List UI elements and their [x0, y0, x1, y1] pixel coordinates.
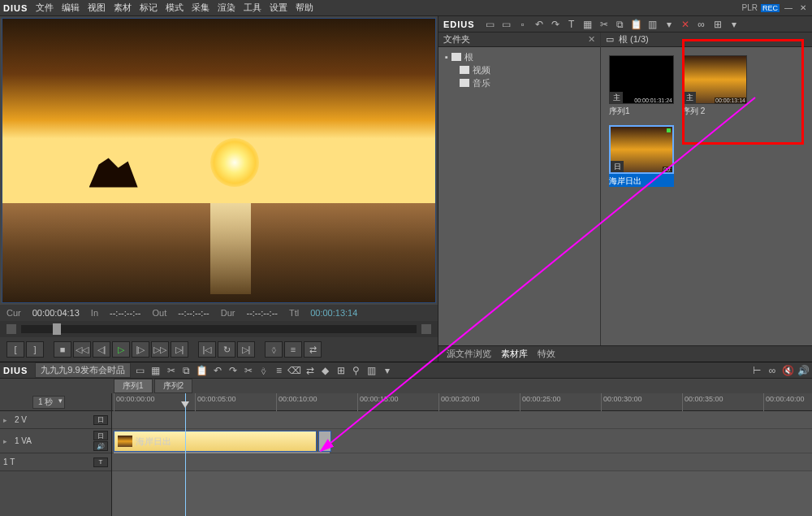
- tc-dur[interactable]: --:--:--:--: [246, 308, 277, 318]
- tl-mute-icon[interactable]: 🔇: [782, 365, 793, 376]
- next-edit-button[interactable]: ▷|: [237, 341, 255, 358]
- tl-overwrite-icon[interactable]: ≡: [274, 365, 285, 376]
- tl-snap-icon[interactable]: ⊢: [751, 365, 762, 376]
- menu-view[interactable]: 视图: [88, 2, 106, 14]
- open-icon[interactable]: ▭: [501, 19, 512, 30]
- menu-tools[interactable]: 工具: [244, 2, 261, 14]
- tc-cur[interactable]: 00:00:04:13: [32, 308, 80, 318]
- sequence-tab-2[interactable]: 序列2: [154, 379, 193, 393]
- track-mute-btn[interactable]: 🔊: [93, 441, 108, 451]
- scrub-track[interactable]: [21, 325, 417, 333]
- delete-icon[interactable]: ✕: [680, 19, 691, 30]
- tree-item-music[interactable]: 音乐: [445, 76, 594, 89]
- timeline-track-va1[interactable]: 海岸日出: [112, 429, 812, 453]
- copy-icon[interactable]: ⧉: [615, 19, 626, 30]
- project-name[interactable]: 九九九9.9发布会时品: [35, 362, 130, 378]
- prev-edit-button[interactable]: |◁: [198, 341, 216, 358]
- ffwd-button[interactable]: ▷▷: [151, 341, 169, 358]
- mark-in-button[interactable]: [: [6, 341, 24, 358]
- bin-view-icon[interactable]: ▥: [647, 19, 659, 30]
- menu-help[interactable]: 帮助: [296, 2, 313, 14]
- link-icon[interactable]: ∞: [696, 19, 707, 30]
- expand-icon[interactable]: ▸: [3, 437, 11, 445]
- tl-cut-icon[interactable]: ✂: [166, 365, 177, 376]
- paste-icon[interactable]: 📋: [631, 19, 642, 30]
- menu-render[interactable]: 渲染: [218, 2, 235, 14]
- step-back-button[interactable]: ◁|: [93, 341, 110, 358]
- more-icon[interactable]: ▾: [728, 19, 740, 30]
- step-fwd-button[interactable]: |▷: [132, 341, 149, 358]
- bin-grid[interactable]: 主00:00:01:31:24 序列1 主00:00:13:14 序列 2 日0…: [601, 47, 812, 195]
- track-header-t1[interactable]: 1 T T: [0, 453, 111, 471]
- expand-icon[interactable]: ▸: [3, 416, 11, 424]
- tl-new-icon[interactable]: ▭: [135, 365, 146, 376]
- timeline-track-t1[interactable]: [112, 453, 812, 471]
- group-icon[interactable]: ⊞: [712, 19, 723, 30]
- menu-mode[interactable]: 模式: [166, 2, 184, 14]
- timeline-track-v2[interactable]: [112, 411, 812, 429]
- track-header-v2[interactable]: ▸ 2 V 日: [0, 411, 111, 429]
- mode-plr[interactable]: PLR: [742, 3, 758, 12]
- scrub-thumb[interactable]: [53, 323, 61, 335]
- mode-rec[interactable]: REC: [761, 4, 780, 12]
- clip-thumbnail[interactable]: 日00:: [609, 125, 674, 174]
- rewind-button[interactable]: ◁◁: [73, 341, 91, 358]
- preview-canvas[interactable]: [2, 18, 436, 303]
- menu-clip[interactable]: 素材: [114, 2, 132, 14]
- timescale-dropdown[interactable]: 1 秒: [32, 396, 65, 409]
- tl-paste-icon[interactable]: 📋: [197, 365, 208, 376]
- track-btn[interactable]: 日: [93, 431, 108, 440]
- redo-icon[interactable]: ↷: [550, 19, 561, 30]
- play-button[interactable]: ▷: [112, 341, 130, 358]
- time-ruler[interactable]: 00:00:00:00 00:00:05:00 00:00:10:00 00:0…: [112, 393, 812, 411]
- tree-root[interactable]: ▪根: [445, 50, 594, 63]
- clip-name[interactable]: 序列 2: [682, 104, 747, 117]
- track-btn[interactable]: 日: [93, 415, 108, 425]
- insert-button[interactable]: ⎀: [265, 341, 283, 358]
- menu-edit[interactable]: 编辑: [62, 2, 80, 14]
- undo-icon[interactable]: ↶: [533, 19, 545, 30]
- menu-settings[interactable]: 设置: [270, 2, 287, 14]
- mark-out-button[interactable]: ]: [26, 341, 44, 358]
- clip-name[interactable]: 海岸日出: [609, 174, 674, 187]
- tl-marker-icon[interactable]: ◆: [320, 365, 331, 376]
- tl-zoom-icon[interactable]: ⚲: [351, 365, 362, 376]
- track-btn[interactable]: T: [93, 457, 108, 467]
- cut-icon[interactable]: ✂: [598, 19, 610, 30]
- tl-undo-icon[interactable]: ↶: [212, 365, 223, 376]
- tab-effects[interactable]: 特效: [538, 348, 555, 360]
- menu-file[interactable]: 文件: [36, 2, 54, 14]
- bin-clip-selected[interactable]: 日00: 海岸日出: [609, 125, 674, 187]
- tc-in[interactable]: --:--:--:--: [110, 308, 140, 318]
- bin-root-icon[interactable]: ▭: [606, 34, 614, 45]
- tl-link-icon[interactable]: ∞: [767, 365, 778, 376]
- menu-marker[interactable]: 标记: [140, 2, 158, 14]
- tl-delete-icon[interactable]: ⌫: [289, 365, 300, 376]
- menu-capture[interactable]: 采集: [192, 2, 209, 14]
- save-icon[interactable]: ▫: [517, 19, 529, 30]
- tc-ttl[interactable]: 00:00:13:14: [310, 308, 357, 318]
- tl-ripple-icon[interactable]: ⇄: [304, 365, 316, 376]
- bin-clip[interactable]: 主00:00:13:14 序列 2: [682, 55, 747, 117]
- timeline-clip-tail[interactable]: [318, 431, 331, 452]
- tree-item-video[interactable]: 视频: [445, 63, 594, 76]
- tl-more-icon[interactable]: ▾: [382, 365, 393, 376]
- clip-thumbnail[interactable]: 主00:00:01:31:24: [609, 55, 674, 104]
- tab-source-browse[interactable]: 源文件浏览: [447, 348, 491, 360]
- clip-name[interactable]: 序列1: [609, 104, 674, 117]
- tl-redo-icon[interactable]: ↷: [227, 365, 239, 376]
- close-button[interactable]: ✕: [797, 3, 809, 13]
- down-icon[interactable]: ▾: [663, 19, 675, 30]
- bin-clip[interactable]: 主00:00:01:31:24 序列1: [609, 55, 674, 117]
- collapse-icon[interactable]: ▪: [445, 52, 448, 62]
- title-icon[interactable]: T: [566, 19, 577, 30]
- stop-button[interactable]: ■: [54, 341, 71, 358]
- playhead[interactable]: [185, 393, 186, 516]
- timeline-clip[interactable]: 海岸日出: [114, 431, 317, 452]
- next-button[interactable]: ▷|: [171, 341, 188, 358]
- loop-button[interactable]: ↻: [218, 341, 235, 358]
- tl-group-icon[interactable]: ⊞: [335, 365, 347, 376]
- tc-out[interactable]: --:--:--:--: [178, 308, 209, 318]
- tl-split-icon[interactable]: ✂: [243, 365, 254, 376]
- tl-insert-icon[interactable]: ⎀: [258, 365, 270, 376]
